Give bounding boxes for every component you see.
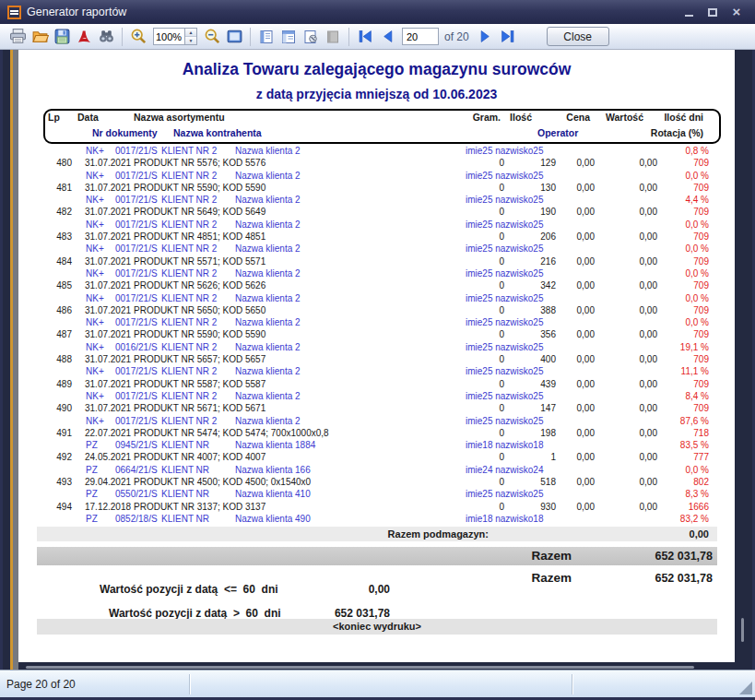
value-lte-60-days-label: Wartość pozycji z datą <= 60 dni (100, 583, 278, 596)
row-lp: 494 (35, 501, 72, 513)
header-nr-dokumenty: Nr dokumenty (92, 127, 158, 138)
row-date: 31.07.2021 (85, 157, 131, 169)
next-page-button[interactable] (475, 26, 497, 48)
row-days: 709 (693, 378, 709, 390)
zoom-level-control[interactable]: ▲ ▼ (153, 28, 197, 45)
horizontal-scrollbar[interactable] (26, 666, 694, 669)
previous-page-button[interactable] (376, 26, 398, 48)
row-date: 31.07.2021 (85, 231, 131, 243)
save-button[interactable] (51, 26, 73, 48)
doc-row: NK+0017/21/SKLIENT NR 2Nazwa klienta 2im… (18, 194, 735, 206)
row-value: 0,00 (640, 206, 657, 218)
row-value: 0,00 (640, 451, 657, 463)
contractor-name: Nazwa klienta 2 (235, 390, 301, 402)
minimize-button[interactable] (681, 6, 696, 18)
print-preview-area[interactable]: Analiza Towaru zalegającego magazynu sur… (3, 50, 752, 670)
zoom-out-button[interactable] (201, 26, 223, 48)
full-screen-button[interactable] (223, 26, 245, 48)
contractor-name: Nazwa klienta 2 (235, 341, 301, 353)
zoom-in-icon (130, 28, 147, 45)
maximize-button[interactable] (705, 6, 720, 18)
rotation-value: 4,4 % (685, 194, 709, 206)
header-operator: Operator (537, 127, 578, 138)
contractor-name: Nazwa klienta 2 (235, 365, 301, 377)
open-button[interactable] (29, 26, 51, 48)
resize-grip[interactable] (739, 682, 752, 694)
vertical-scrollbar[interactable] (741, 618, 744, 642)
operator-name: imie18 nazwisko18 (466, 439, 544, 451)
page-layout-button[interactable] (255, 26, 277, 48)
contractor-name: Nazwa klienta 2 (235, 170, 301, 182)
doc-type: NK+ (86, 365, 104, 377)
print-button[interactable] (6, 26, 29, 48)
full-screen-icon (226, 28, 243, 45)
app-icon (7, 6, 21, 19)
title-bar[interactable]: Generator raportów × (0, 0, 755, 24)
row-lp: 492 (35, 451, 72, 463)
row-gram: 0 (499, 501, 504, 513)
grand-total-label: Razem (531, 571, 572, 585)
subtotal-bar (37, 527, 717, 541)
doc-row: PZ0945/21/SKLIENT NRNazwa klienta 1884im… (18, 439, 735, 451)
row-lp: 485 (35, 279, 72, 291)
row-gram: 0 (499, 304, 504, 316)
first-page-button[interactable] (354, 26, 376, 48)
row-product: PRODUKT NR 5650; KOD 5650 (134, 304, 265, 316)
zoom-spin-up-icon[interactable]: ▲ (185, 29, 196, 37)
zoom-spin-down-icon[interactable]: ▼ (185, 37, 196, 44)
contractor-code: KLIENT NR 2 (161, 341, 217, 353)
close-window-button[interactable]: × (729, 6, 744, 18)
row-product: PRODUKT NR 4851; KOD 4851 (134, 231, 265, 243)
row-lp: 490 (35, 402, 72, 414)
last-page-button[interactable] (497, 26, 519, 48)
contractor-code: KLIENT NR (161, 439, 209, 451)
close-button[interactable]: Close (547, 27, 609, 46)
facing-pages-button[interactable] (277, 26, 300, 48)
value-gt-60-days-label: Wartość pozycji z datą > 60 dni (109, 607, 281, 620)
zoom-in-button[interactable] (127, 26, 149, 48)
item-row: 48031.07.2021PRODUKT NR 5576; KOD 557601… (18, 157, 735, 169)
row-quantity: 206 (540, 231, 556, 243)
contractor-code: KLIENT NR 2 (161, 365, 217, 377)
row-days: 1666 (689, 501, 709, 513)
export-pdf-button[interactable] (73, 26, 95, 48)
statusbar-separator (189, 674, 190, 694)
row-quantity: 930 (540, 501, 556, 513)
rotation-value: 8,3 % (685, 488, 709, 500)
rotation-value: 0,0 % (685, 219, 709, 231)
total-value: 652 031,78 (655, 550, 713, 563)
row-days: 709 (693, 206, 709, 218)
doc-number: 0017/21/S (115, 243, 158, 255)
find-button[interactable] (95, 26, 117, 48)
contractor-code: KLIENT NR 2 (161, 145, 217, 157)
rotation-value: 0,8 % (685, 145, 709, 157)
zoom-level-input[interactable] (154, 29, 184, 44)
operator-name: imie25 nazwisko25 (466, 243, 544, 255)
status-page-text: Page 20 of 20 (0, 678, 76, 691)
edit-page-button[interactable] (322, 26, 344, 48)
doc-number: 0017/21/S (115, 415, 158, 427)
row-price: 0,00 (577, 427, 595, 439)
doc-row: NK+0017/21/SKLIENT NR 2Nazwa klienta 2im… (18, 145, 735, 157)
contractor-name: Nazwa klienta 2 (235, 219, 301, 231)
operator-name: imie24 nazwisko24 (466, 464, 544, 476)
row-value: 0,00 (640, 304, 657, 316)
row-product: PRODUKT NR 5649; KOD 5649 (134, 206, 265, 218)
previous-page-icon (382, 30, 394, 42)
header-nazwa-kontrahenta: Nazwa kontrahenta (173, 127, 262, 138)
item-row: 48531.07.2021PRODUKT NR 5626; KOD 562603… (18, 279, 735, 291)
row-value: 0,00 (640, 353, 657, 365)
row-product: PRODUKT NR 5474; KOD 5474; 700x1000x0,8 (134, 427, 329, 439)
page-number-input[interactable] (402, 28, 439, 45)
row-product: PRODUKT NR 5590; KOD 5590 (134, 328, 265, 340)
row-value: 0,00 (640, 279, 657, 291)
item-row: 48831.07.2021PRODUKT NR 5657; KOD 565704… (18, 353, 735, 365)
minimize-icon (685, 15, 693, 17)
row-date: 31.07.2021 (85, 206, 131, 218)
print-options-button[interactable] (300, 26, 322, 48)
grand-total-value: 652 031,78 (655, 572, 713, 585)
header-cena: Cena (566, 112, 590, 123)
row-product: PRODUKT NR 5671; KOD 5671 (134, 402, 265, 414)
contractor-name: Nazwa klienta 1884 (235, 439, 315, 451)
contractor-name: Nazwa klienta 490 (235, 513, 311, 525)
